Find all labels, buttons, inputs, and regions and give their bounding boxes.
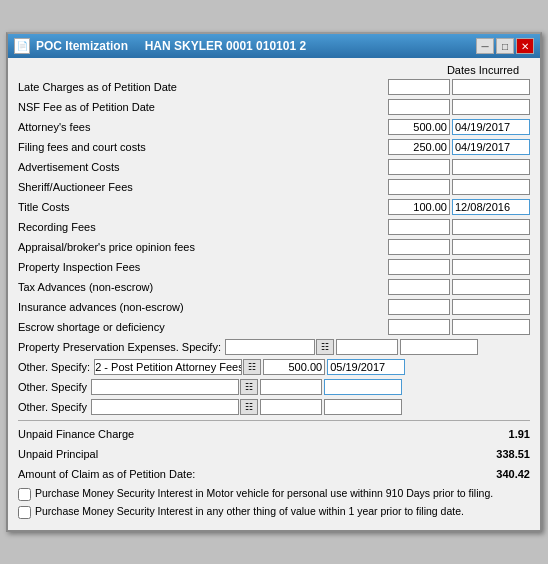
- attorneys-fees-date[interactable]: [452, 119, 530, 135]
- checkbox1[interactable]: [18, 488, 31, 501]
- dates-incurred-label: Dates Incurred: [438, 64, 528, 76]
- property-preservation-amount[interactable]: [336, 339, 398, 355]
- window-title: POC Itemization HAN SKYLER 0001 010101 2: [36, 39, 306, 53]
- escrow-shortage-date[interactable]: [452, 319, 530, 335]
- unpaid-principal-label: Unpaid Principal: [18, 448, 470, 460]
- other2-specify[interactable]: [91, 379, 239, 395]
- checkbox2-text: Purchase Money Security Interest in any …: [35, 505, 530, 519]
- minimize-button[interactable]: ─: [476, 38, 494, 54]
- row-recording-fees: Recording Fees: [18, 218, 530, 236]
- sheriff-label: Sheriff/Auctioneer Fees: [18, 181, 388, 193]
- row-property-inspection: Property Inspection Fees: [18, 258, 530, 276]
- title-bar: 📄 POC Itemization HAN SKYLER 0001 010101…: [8, 34, 540, 58]
- row-unpaid-principal: Unpaid Principal 338.51: [18, 445, 530, 463]
- property-preservation-label: Property Preservation Expenses. Specify:: [18, 341, 221, 353]
- amount-claim-label: Amount of Claim as of Petition Date:: [18, 468, 470, 480]
- row-amount-claim: Amount of Claim as of Petition Date: 340…: [18, 465, 530, 483]
- tax-advances-date[interactable]: [452, 279, 530, 295]
- late-charges-amount[interactable]: [388, 79, 450, 95]
- content-area: Dates Incurred Late Charges as of Petiti…: [8, 58, 540, 530]
- escrow-shortage-amount[interactable]: [388, 319, 450, 335]
- other1-list-btn[interactable]: ☷: [243, 359, 261, 375]
- property-inspection-amount[interactable]: [388, 259, 450, 275]
- property-preservation-list-btn[interactable]: ☷: [316, 339, 334, 355]
- amount-claim-value: 340.42: [470, 468, 530, 480]
- row-property-preservation: Property Preservation Expenses. Specify:…: [18, 338, 530, 356]
- row-advertisement: Advertisement Costs: [18, 158, 530, 176]
- other1-specify[interactable]: [94, 359, 242, 375]
- property-preservation-date[interactable]: [400, 339, 478, 355]
- row-title-costs: Title Costs: [18, 198, 530, 216]
- other3-date[interactable]: [324, 399, 402, 415]
- filing-fees-amount[interactable]: [388, 139, 450, 155]
- title-text: POC Itemization: [36, 39, 128, 53]
- unpaid-finance-value: 1.91: [470, 428, 530, 440]
- property-inspection-label: Property Inspection Fees: [18, 261, 388, 273]
- nsf-fee-label: NSF Fee as of Petition Date: [18, 101, 388, 113]
- row-insurance-advances: Insurance advances (non-escrow): [18, 298, 530, 316]
- row-other3: Other. Specify ☷: [18, 398, 530, 416]
- advertisement-amount[interactable]: [388, 159, 450, 175]
- other2-date[interactable]: [324, 379, 402, 395]
- close-button[interactable]: ✕: [516, 38, 534, 54]
- insurance-advances-amount[interactable]: [388, 299, 450, 315]
- escrow-shortage-label: Escrow shortage or deficiency: [18, 321, 388, 333]
- nsf-fee-date[interactable]: [452, 99, 530, 115]
- checkbox-row-2: Purchase Money Security Interest in any …: [18, 505, 530, 519]
- advertisement-label: Advertisement Costs: [18, 161, 388, 173]
- tax-advances-label: Tax Advances (non-escrow): [18, 281, 388, 293]
- attorneys-fees-label: Attorney's fees: [18, 121, 388, 133]
- other3-specify[interactable]: [91, 399, 239, 415]
- maximize-button[interactable]: □: [496, 38, 514, 54]
- filing-fees-label: Filing fees and court costs: [18, 141, 388, 153]
- other3-list-btn[interactable]: ☷: [240, 399, 258, 415]
- row-appraisal: Appraisal/broker's price opinion fees: [18, 238, 530, 256]
- window-icon: 📄: [14, 38, 30, 54]
- other1-date[interactable]: [327, 359, 405, 375]
- unpaid-finance-label: Unpaid Finance Charge: [18, 428, 470, 440]
- sheriff-date[interactable]: [452, 179, 530, 195]
- main-window: 📄 POC Itemization HAN SKYLER 0001 010101…: [6, 32, 542, 532]
- attorneys-fees-amount[interactable]: [388, 119, 450, 135]
- late-charges-date[interactable]: [452, 79, 530, 95]
- other3-label: Other. Specify: [18, 401, 87, 413]
- checkbox1-text: Purchase Money Security Interest in Moto…: [35, 487, 530, 501]
- header-row: Dates Incurred: [18, 64, 530, 76]
- other2-amount[interactable]: [260, 379, 322, 395]
- row-late-charges: Late Charges as of Petition Date: [18, 78, 530, 96]
- row-other1: Other. Specify: ☷: [18, 358, 530, 376]
- row-sheriff: Sheriff/Auctioneer Fees: [18, 178, 530, 196]
- sheriff-amount[interactable]: [388, 179, 450, 195]
- row-unpaid-finance: Unpaid Finance Charge 1.91: [18, 425, 530, 443]
- other3-amount[interactable]: [260, 399, 322, 415]
- row-tax-advances: Tax Advances (non-escrow): [18, 278, 530, 296]
- tax-advances-amount[interactable]: [388, 279, 450, 295]
- title-costs-amount[interactable]: [388, 199, 450, 215]
- unpaid-principal-value: 338.51: [470, 448, 530, 460]
- nsf-fee-amount[interactable]: [388, 99, 450, 115]
- advertisement-date[interactable]: [452, 159, 530, 175]
- insurance-advances-date[interactable]: [452, 299, 530, 315]
- row-escrow-shortage: Escrow shortage or deficiency: [18, 318, 530, 336]
- filing-fees-date[interactable]: [452, 139, 530, 155]
- appraisal-date[interactable]: [452, 239, 530, 255]
- title-costs-date[interactable]: [452, 199, 530, 215]
- appraisal-label: Appraisal/broker's price opinion fees: [18, 241, 388, 253]
- recording-fees-date[interactable]: [452, 219, 530, 235]
- late-charges-label: Late Charges as of Petition Date: [18, 81, 388, 93]
- property-inspection-date[interactable]: [452, 259, 530, 275]
- other2-list-btn[interactable]: ☷: [240, 379, 258, 395]
- appraisal-amount[interactable]: [388, 239, 450, 255]
- checkbox-row-1: Purchase Money Security Interest in Moto…: [18, 487, 530, 501]
- subtitle-text: HAN SKYLER 0001 010101 2: [145, 39, 306, 53]
- other1-label: Other. Specify:: [18, 361, 90, 373]
- other2-label: Other. Specify: [18, 381, 87, 393]
- title-bar-left: 📄 POC Itemization HAN SKYLER 0001 010101…: [14, 38, 306, 54]
- checkbox2[interactable]: [18, 506, 31, 519]
- property-preservation-specify[interactable]: [225, 339, 315, 355]
- row-nsf-fee: NSF Fee as of Petition Date: [18, 98, 530, 116]
- other1-amount[interactable]: [263, 359, 325, 375]
- row-attorneys-fees: Attorney's fees: [18, 118, 530, 136]
- recording-fees-amount[interactable]: [388, 219, 450, 235]
- row-filing-fees: Filing fees and court costs: [18, 138, 530, 156]
